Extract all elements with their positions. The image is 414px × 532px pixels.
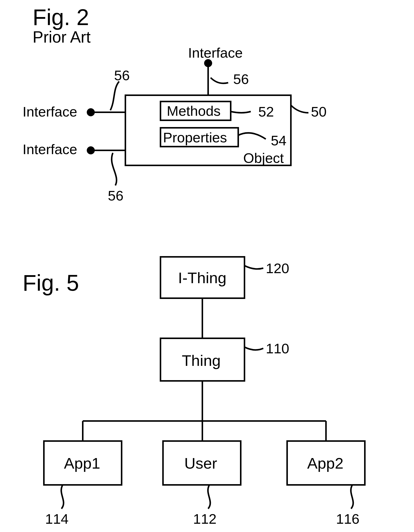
ref56-leftbot: 56 (108, 188, 123, 203)
ref56-lefttop-leader (110, 81, 119, 110)
ref120: 120 (266, 260, 289, 276)
interface-left1-label: Interface (23, 104, 77, 120)
ref56-top-leader (211, 78, 228, 83)
interface-left1-dot (87, 108, 95, 116)
ref50-leader (291, 105, 308, 113)
ref116: 116 (336, 511, 359, 527)
ref120-leader (244, 266, 263, 269)
interface-left2-label: Interface (23, 141, 77, 157)
user-label: User (184, 455, 217, 472)
interface-top-label: Interface (188, 45, 243, 61)
thing-label: Thing (182, 352, 221, 369)
methods-label: Methods (167, 103, 221, 119)
ref112-leader (208, 485, 210, 509)
fig5-title: Fig. 5 (23, 270, 79, 295)
ref52: 52 (258, 104, 274, 120)
ref50: 50 (311, 104, 326, 120)
fig2-group: Fig. 2 Prior Art Methods Properties Obje… (23, 5, 326, 203)
ref110: 110 (266, 341, 289, 356)
fig2-subtitle: Prior Art (33, 28, 91, 46)
ref56-lefttop: 56 (114, 67, 130, 83)
ref114-leader (61, 485, 63, 509)
ref56-leftbot-leader (112, 153, 117, 185)
ithing-label: I-Thing (178, 269, 226, 286)
fig5-group: Fig. 5 I-Thing 120 Thing 110 App1 114 Us… (23, 257, 365, 527)
properties-label: Properties (163, 130, 227, 145)
ref56-top: 56 (233, 71, 249, 87)
interface-left2-dot (87, 146, 95, 154)
fig2-title: Fig. 2 (33, 5, 89, 30)
app2-label: App2 (307, 455, 344, 472)
app1-label: App1 (64, 455, 100, 472)
ref52-leader (231, 112, 251, 113)
ref54-leader (238, 133, 266, 139)
ref110-leader (244, 347, 263, 350)
ref112: 112 (193, 511, 216, 527)
ref54: 54 (271, 133, 286, 148)
ref114: 114 (45, 511, 68, 527)
object-label: Object (243, 150, 284, 166)
diagram-canvas: Fig. 2 Prior Art Methods Properties Obje… (0, 0, 414, 532)
ref116-leader (351, 485, 353, 509)
